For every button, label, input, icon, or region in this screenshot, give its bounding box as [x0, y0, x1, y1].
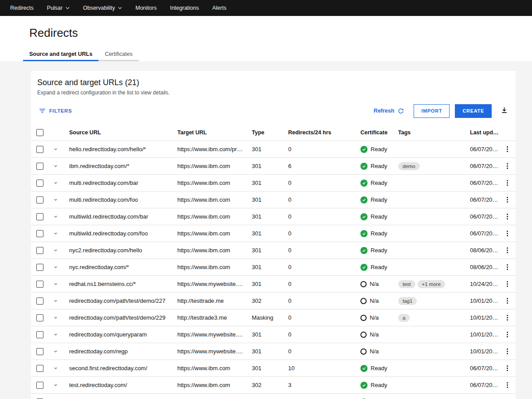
certificate-status-icon — [360, 281, 367, 287]
source-url-cell: test.redirecttoday.com/ — [62, 382, 170, 388]
tab-label: Source and target URLs — [29, 51, 92, 57]
filter-icon — [39, 108, 46, 113]
nav-item[interactable]: Alerts — [206, 0, 233, 16]
type-cell: 301 — [245, 348, 281, 355]
overflow-menu-icon[interactable] — [504, 346, 511, 356]
row-checkbox[interactable] — [36, 281, 43, 288]
tag-pill[interactable]: demo — [398, 162, 420, 170]
overflow-menu-icon[interactable] — [504, 397, 511, 399]
nav-item-label: Alerts — [212, 5, 227, 11]
target-url-cell: https://www.ibm.com — [170, 230, 245, 237]
certificate-status-label: Ready — [371, 213, 387, 220]
redirects-count-cell: 0 — [281, 281, 353, 287]
source-url-cell: redirecttoday.com/path/test/demo/227 — [62, 297, 170, 304]
expand-chevron-icon[interactable] — [53, 197, 58, 202]
expand-chevron-icon[interactable] — [53, 366, 58, 371]
tag-pill[interactable]: a — [398, 314, 410, 322]
nav-item[interactable]: Pulsar — [40, 0, 76, 16]
certificate-status-icon — [360, 213, 368, 220]
create-button[interactable]: CREATE — [455, 104, 492, 118]
overflow-menu-icon[interactable] — [504, 329, 511, 340]
row-checkbox[interactable] — [36, 314, 43, 321]
nav-item[interactable]: Redirects — [4, 0, 40, 16]
select-all-checkbox[interactable] — [36, 129, 43, 136]
target-url-cell: https://www.ibm.com — [170, 213, 245, 220]
tab[interactable]: Certificates — [98, 48, 139, 61]
row-checkbox[interactable] — [36, 230, 43, 237]
tag-pill[interactable]: test — [398, 280, 415, 288]
chevron-down-icon — [66, 7, 70, 9]
overflow-menu-icon[interactable] — [504, 178, 511, 188]
overflow-menu-icon[interactable] — [504, 228, 511, 239]
nav-item[interactable]: Monitors — [129, 0, 163, 16]
overflow-menu-icon[interactable] — [504, 279, 511, 289]
nav-item[interactable]: Integrations — [163, 0, 205, 16]
expand-chevron-icon[interactable] — [53, 248, 58, 253]
last-updated-cell: 10/01/2024 — [463, 297, 499, 304]
overflow-menu-icon[interactable] — [504, 144, 511, 154]
last-updated-cell: 10/24/2024 — [463, 281, 499, 287]
row-checkbox[interactable] — [36, 348, 43, 355]
row-checkbox[interactable] — [36, 146, 43, 153]
import-button[interactable]: IMPORT — [414, 104, 450, 118]
row-checkbox[interactable] — [36, 213, 43, 220]
row-checkbox[interactable] — [36, 365, 43, 372]
overflow-menu-icon[interactable] — [504, 363, 511, 373]
table-row: test.redirecttoday.com/ https://www.ibm.… — [31, 377, 516, 394]
certificate-status-label: N/a — [370, 297, 379, 304]
overflow-menu-icon[interactable] — [504, 296, 511, 306]
certificate-cell: N/a — [353, 297, 391, 304]
overflow-menu-icon[interactable] — [504, 313, 511, 323]
row-checkbox[interactable] — [36, 382, 43, 389]
expand-chevron-icon[interactable] — [53, 282, 58, 286]
type-cell: 301 — [245, 180, 281, 186]
type-cell: 302 — [245, 382, 281, 388]
source-url-cell: multiwild.redirecttoday.com/foo — [62, 230, 170, 237]
tag-pill[interactable]: +1 more — [418, 280, 446, 288]
expand-chevron-icon[interactable] — [53, 147, 58, 152]
overflow-menu-icon[interactable] — [504, 195, 511, 205]
certificate-cell: N/a — [353, 281, 391, 287]
row-checkbox[interactable] — [36, 297, 43, 305]
expand-chevron-icon[interactable] — [53, 298, 58, 303]
source-url-cell: redhat.ns1.bernsteins.cc/* — [62, 281, 170, 287]
expand-chevron-icon[interactable] — [53, 315, 58, 320]
tab[interactable]: Source and target URLs — [23, 48, 98, 61]
certificate-cell: Ready — [353, 213, 391, 220]
row-checkbox[interactable] — [36, 163, 43, 170]
row-checkbox[interactable] — [36, 247, 43, 254]
expand-chevron-icon[interactable] — [53, 265, 58, 270]
overflow-menu-icon[interactable] — [504, 161, 511, 171]
column-header-redirects: Redirects/24 hrs — [281, 129, 353, 136]
row-checkbox[interactable] — [36, 331, 43, 338]
type-cell: 301 — [245, 247, 281, 254]
tags-cell: demo — [391, 162, 463, 170]
target-url-cell: https://www.ibm.com/produc... — [170, 146, 245, 153]
overflow-menu-icon[interactable] — [504, 245, 511, 255]
tag-pill[interactable]: tag1 — [398, 297, 417, 305]
refresh-button[interactable]: Refresh — [374, 108, 404, 114]
target-url-cell: https://www.mywebsite.com/... — [170, 331, 245, 338]
table-row: multiwild.redirecttoday.com/bar https://… — [31, 208, 516, 225]
certificate-status-icon — [360, 247, 368, 254]
filters-button[interactable]: FILTERS — [39, 108, 72, 113]
nav-item[interactable]: Observability — [76, 0, 129, 16]
expand-chevron-icon[interactable] — [53, 164, 58, 168]
row-checkbox[interactable] — [36, 196, 43, 203]
overflow-menu-icon[interactable] — [504, 262, 511, 272]
last-updated-cell: 06/07/2024 — [463, 180, 499, 186]
certificate-status-icon — [360, 146, 368, 153]
target-url-cell: https://www.mywebsite.com — [170, 281, 245, 287]
target-url-cell: https://www.mywebsite.com/... — [170, 348, 245, 355]
row-checkbox[interactable] — [36, 264, 43, 271]
expand-chevron-icon[interactable] — [53, 349, 58, 354]
download-button[interactable] — [500, 106, 509, 116]
expand-chevron-icon[interactable] — [53, 231, 58, 236]
expand-chevron-icon[interactable] — [53, 214, 58, 219]
overflow-menu-icon[interactable] — [504, 380, 511, 390]
expand-chevron-icon[interactable] — [53, 332, 58, 337]
expand-chevron-icon[interactable] — [53, 180, 58, 185]
expand-chevron-icon[interactable] — [53, 383, 58, 387]
overflow-menu-icon[interactable] — [504, 211, 511, 222]
row-checkbox[interactable] — [36, 180, 43, 187]
